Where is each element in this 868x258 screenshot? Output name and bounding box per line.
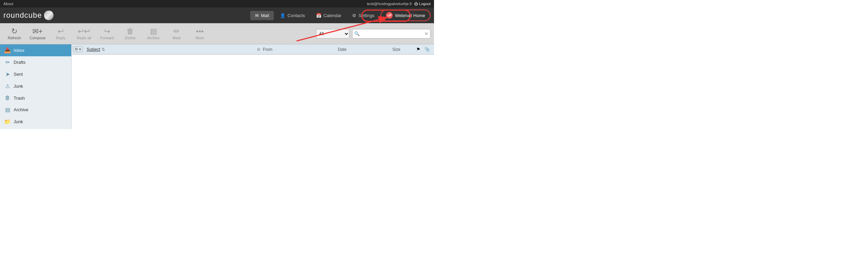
filter-select[interactable]: All Unread Flagged Unanswered <box>316 29 349 39</box>
user-email: testi@hostingpalveluohje.fi <box>367 2 411 6</box>
delete-label: Delete <box>125 36 136 40</box>
col-settings: ⚙ ▾ <box>73 46 87 52</box>
email-list-body <box>72 55 434 129</box>
nav-calendar-label: Calendar <box>324 13 342 18</box>
nav-item-mail[interactable]: ✉ Mail <box>250 11 274 20</box>
about-link[interactable]: About <box>3 2 13 6</box>
sent-label: Sent <box>14 72 23 77</box>
col-flag: ⚑ <box>416 47 424 52</box>
logo-text: roundcube <box>3 11 42 20</box>
more-button[interactable]: ••• More <box>189 25 211 43</box>
toolbar-right: All Unread Flagged Unanswered 🔍 ✕ <box>316 29 431 39</box>
sidebar: 📥 Inbox ✏ Drafts ➤ Sent ⚠ Junk 🗑 Trash ▤… <box>0 44 72 129</box>
nav-contacts-label: Contacts <box>287 13 305 18</box>
archive-folder-icon: ▤ <box>4 106 11 113</box>
reply-all-button[interactable]: ↩↩ Reply all <box>73 25 95 43</box>
refresh-icon: ↻ <box>11 28 17 35</box>
nav-mail-label: Mail <box>261 13 269 18</box>
refresh-button[interactable]: ↻ Refresh <box>3 25 25 43</box>
sidebar-item-junk[interactable]: ⚠ Junk <box>0 80 71 92</box>
sidebar-item-junk2[interactable]: 📁 Junk <box>0 116 71 128</box>
nav-item-calendar[interactable]: 📅 Calendar <box>311 11 346 20</box>
toolbar: ↻ Refresh ✉+ Compose ↩ Reply ↩↩ Reply al… <box>0 23 434 44</box>
sidebar-item-drafts[interactable]: ✏ Drafts <box>0 56 71 68</box>
mark-icon: ✏ <box>174 28 180 35</box>
col-star: ☆ <box>255 47 263 52</box>
search-clear-button[interactable]: ✕ <box>423 31 430 37</box>
delete-button[interactable]: 🗑 Delete <box>119 25 141 43</box>
archive-icon: ▤ <box>150 28 157 35</box>
mark-button[interactable]: ✏ Mark <box>166 25 188 43</box>
junk-label: Junk <box>14 84 23 89</box>
trash-label: Trash <box>14 96 25 101</box>
archive-label: Archive <box>147 36 160 40</box>
col-subject: Subject ⇅ <box>87 47 255 52</box>
refresh-label: Refresh <box>8 36 21 40</box>
nav-item-contacts[interactable]: 👤 Contacts <box>275 11 310 20</box>
more-label: More <box>195 36 204 40</box>
user-area: testi@hostingpalveluohje.fi ⏻ Logout <box>367 2 431 6</box>
more-icon: ••• <box>196 28 204 35</box>
gear-button[interactable]: ⚙ ▾ <box>73 46 83 52</box>
reply-label: Reply <box>56 36 65 40</box>
nav-item-settings[interactable]: ⚙ Settings <box>347 11 379 20</box>
col-date: Date <box>338 47 392 52</box>
settings-nav-icon: ⚙ <box>352 13 356 18</box>
nav-items: ✉ Mail 👤 Contacts 📅 Calendar ⚙ Settings … <box>250 10 431 21</box>
forward-icon: ↪ <box>104 28 110 35</box>
sidebar-item-archive[interactable]: ▤ Archive <box>0 104 71 116</box>
junk2-label: Junk <box>14 119 23 124</box>
junk-icon: ⚠ <box>4 83 11 89</box>
reply-all-label: Reply all <box>77 36 91 40</box>
logo-icon <box>44 11 54 20</box>
email-list-header: ⚙ ▾ Subject ⇅ ☆ From Date Size ⚑ 📎 <box>72 44 434 55</box>
mark-label: Mark <box>173 36 181 40</box>
compose-label: Compose <box>29 36 45 40</box>
junk2-icon: 📁 <box>4 118 11 125</box>
contacts-nav-icon: 👤 <box>280 13 285 18</box>
inbox-icon: 📥 <box>4 47 11 54</box>
calendar-nav-icon: 📅 <box>316 13 321 18</box>
nav-webmail-home-label: Webmail Home <box>395 13 425 18</box>
sort-arrows-icon: ⇅ <box>102 47 105 52</box>
compose-button[interactable]: ✉+ Compose <box>27 25 48 43</box>
cp-icon: cP <box>386 12 393 19</box>
forward-button[interactable]: ↪ Forward <box>96 25 118 43</box>
content-area: ⚙ ▾ Subject ⇅ ☆ From Date Size ⚑ 📎 <box>72 44 434 129</box>
logout-icon: ⏻ <box>414 2 418 6</box>
archive-button[interactable]: ▤ Archive <box>143 25 164 43</box>
sent-icon: ➤ <box>4 71 11 77</box>
nav-item-webmail-home[interactable]: cP Webmail Home <box>380 10 431 21</box>
logout-button[interactable]: ⏻ Logout <box>414 2 431 6</box>
archive-label-sidebar: Archive <box>14 107 28 112</box>
header-nav: roundcube ✉ Mail 👤 Contacts 📅 Calendar ⚙… <box>0 8 434 23</box>
forward-label: Forward <box>100 36 114 40</box>
attach-col-icon: 📎 <box>424 47 430 52</box>
nav-settings-label: Settings <box>358 13 374 18</box>
drafts-label: Drafts <box>14 60 26 65</box>
reply-button[interactable]: ↩ Reply <box>50 25 72 43</box>
delete-icon: 🗑 <box>126 28 134 35</box>
search-input[interactable] <box>361 31 423 36</box>
flag-col-icon: ⚑ <box>416 47 420 52</box>
reply-icon: ↩ <box>58 28 64 35</box>
logo-area: roundcube <box>3 11 54 20</box>
col-from: From <box>263 47 338 52</box>
logout-label: Logout <box>419 2 431 6</box>
col-attach: 📎 <box>424 47 433 52</box>
trash-icon: 🗑 <box>4 95 11 101</box>
drafts-icon: ✏ <box>4 59 11 66</box>
subject-sort-link[interactable]: Subject <box>87 47 100 52</box>
sidebar-item-inbox[interactable]: 📥 Inbox <box>0 44 71 56</box>
mail-nav-icon: ✉ <box>255 13 259 18</box>
search-box: 🔍 ✕ <box>352 29 431 39</box>
sidebar-item-sent[interactable]: ➤ Sent <box>0 68 71 80</box>
star-col-icon: ☆ <box>257 47 261 52</box>
top-bar: About testi@hostingpalveluohje.fi ⏻ Logo… <box>0 0 434 8</box>
reply-all-icon: ↩↩ <box>78 28 90 35</box>
compose-icon: ✉+ <box>32 28 43 35</box>
inbox-label: Inbox <box>14 48 25 53</box>
search-icon: 🔍 <box>353 31 361 36</box>
col-size: Size <box>392 47 416 52</box>
sidebar-item-trash[interactable]: 🗑 Trash <box>0 92 71 104</box>
